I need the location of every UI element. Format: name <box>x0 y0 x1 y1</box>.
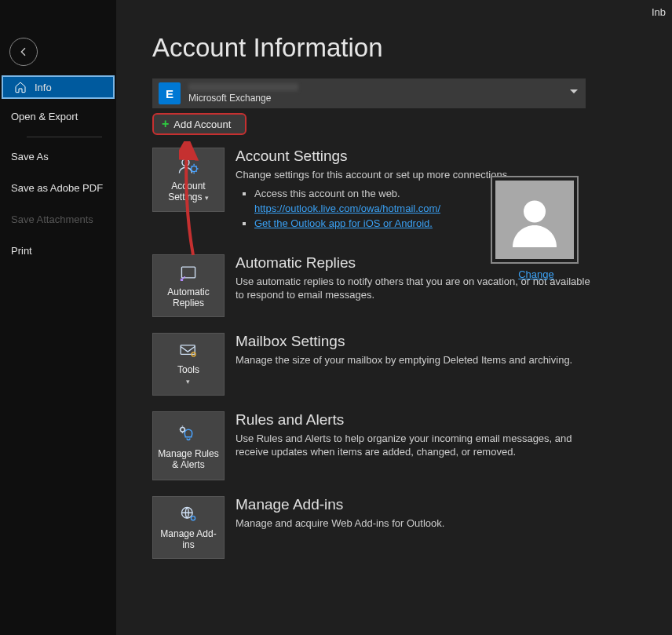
tile-label-account-settings: Account Settings ▾ <box>156 181 221 203</box>
addins-tile[interactable]: Manage Add-ins <box>152 496 225 559</box>
rules-alerts-tile[interactable]: Manage Rules & Alerts <box>152 411 225 480</box>
chevron-down-icon: ▾ <box>186 378 190 385</box>
section-rules-alerts: Manage Rules & Alerts Rules and Alerts U… <box>152 411 592 480</box>
svg-point-0 <box>182 159 189 166</box>
svg-point-1 <box>192 166 197 172</box>
mailbox-desc: Manage the size of your mailbox by empty… <box>236 353 592 367</box>
main-pane: Account Information E Microsoft Exchange… <box>116 0 672 635</box>
addins-desc: Manage and acquire Web Add-ins for Outlo… <box>236 516 592 530</box>
owa-link[interactable]: https://outlook.live.com/owa/hotmail.com… <box>254 203 440 214</box>
sidebar-item-save-attachments: Save Attachments <box>11 213 105 227</box>
section-addins: Manage Add-ins Manage Add-ins Manage and… <box>152 496 592 559</box>
tools-tile[interactable]: Tools▾ <box>152 333 225 396</box>
plus-icon: + <box>162 117 169 131</box>
person-placeholder-icon <box>507 192 562 247</box>
sidebar-item-info[interactable]: Info <box>2 75 115 99</box>
account-settings-tile[interactable]: Account Settings ▾ <box>152 148 225 212</box>
access-web-label: Access this account on the web. <box>254 188 400 199</box>
sidebar-label-info: Info <box>35 82 52 93</box>
change-photo-link[interactable]: Change <box>491 268 582 280</box>
back-arrow-icon <box>17 46 30 58</box>
mobile-app-link[interactable]: Get the Outlook app for iOS or Android. <box>254 217 433 229</box>
envelope-tools-icon <box>177 341 200 359</box>
account-type-label: Microsoft Exchange <box>188 93 298 104</box>
home-icon <box>14 81 27 93</box>
section-mailbox-settings: Tools▾ Mailbox Settings Manage the size … <box>152 333 592 396</box>
sidebar-item-print[interactable]: Print <box>11 244 105 258</box>
addins-heading: Manage Add-ins <box>236 496 592 513</box>
sidebar-item-open-export[interactable]: Open & Export <box>11 110 105 124</box>
chevron-down-icon: ▾ <box>205 194 209 202</box>
mailbox-heading: Mailbox Settings <box>236 333 592 350</box>
exchange-logo-icon: E <box>159 82 181 104</box>
add-account-button[interactable]: + Add Account <box>152 113 247 135</box>
rules-desc: Use Rules and Alerts to help organize yo… <box>236 432 592 458</box>
account-info: Microsoft Exchange <box>188 83 298 104</box>
account-settings-heading: Account Settings <box>236 148 592 165</box>
automatic-replies-tile[interactable]: Automatic Replies <box>152 254 225 317</box>
svg-rect-2 <box>181 267 195 278</box>
chevron-down-icon <box>570 89 578 93</box>
profile-photo-region: Change <box>491 176 582 280</box>
back-button[interactable] <box>9 38 38 66</box>
tile-label-rules: Manage Rules & Alerts <box>156 448 221 470</box>
add-account-label: Add Account <box>173 119 231 130</box>
avatar-frame <box>491 176 579 264</box>
rules-heading: Rules and Alerts <box>236 411 592 429</box>
svg-point-5 <box>181 427 185 432</box>
tile-label-auto-replies: Automatic Replies <box>156 286 221 308</box>
tile-label-tools: Tools▾ <box>177 364 199 387</box>
svg-point-7 <box>191 516 195 520</box>
sidebar-item-save-adobe-pdf[interactable]: Save as Adobe PDF <box>11 181 105 195</box>
account-email-redacted <box>188 83 298 91</box>
sidebar: Info Open & Export Save As Save as Adobe… <box>0 0 116 635</box>
page-title: Account Information <box>152 33 672 63</box>
auto-reply-icon <box>177 263 200 282</box>
globe-gear-icon <box>177 505 200 524</box>
svg-point-8 <box>524 201 546 223</box>
tile-label-addins: Manage Add-ins <box>156 528 221 550</box>
account-selector[interactable]: E Microsoft Exchange <box>152 78 586 108</box>
sidebar-divider <box>27 137 102 137</box>
bell-gear-icon <box>177 422 200 443</box>
sidebar-item-save-as[interactable]: Save As <box>11 150 105 164</box>
account-gear-icon <box>177 156 200 176</box>
